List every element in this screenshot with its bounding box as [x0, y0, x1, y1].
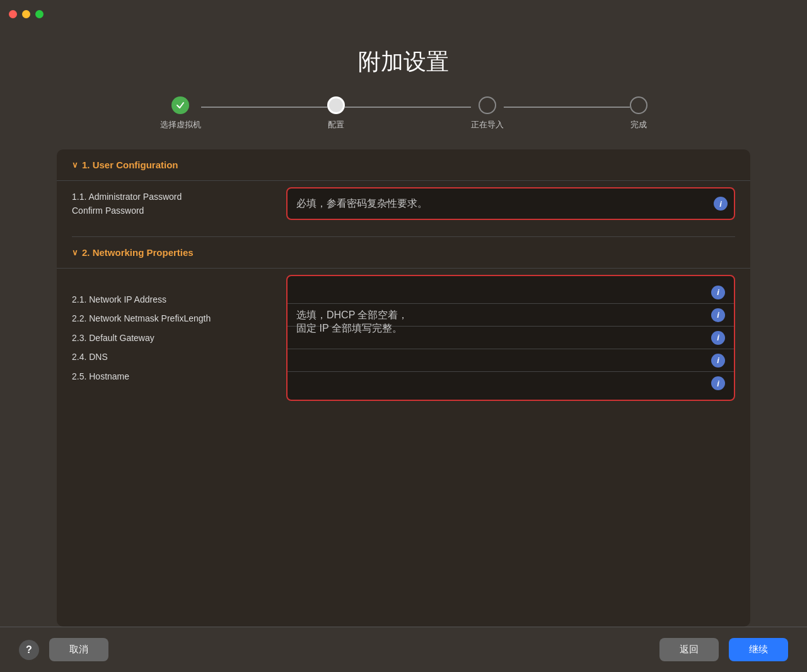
field-label-dns: 2.4. DNS [72, 350, 286, 364]
step-line-2 [345, 107, 471, 108]
ip-info-icon[interactable]: i [711, 286, 725, 299]
section-body-networking: 2.1. Network IP Address 2.2. Network Net… [57, 269, 750, 417]
back-button[interactable]: 返回 [659, 638, 719, 661]
password-info-icon[interactable]: i [714, 197, 728, 211]
step-circle-1 [171, 96, 189, 114]
step-line-1 [201, 107, 327, 108]
field-labels-networking: 2.1. Network IP Address 2.2. Network Net… [72, 293, 286, 383]
step-circle-2 [327, 96, 345, 114]
password-input-box[interactable]: 必填，参看密码复杂性要求。 i [286, 187, 735, 220]
step-label-4: 完成 [630, 119, 647, 130]
step-circle-3 [479, 96, 496, 114]
main-content: 附加设置 选择虚拟机 配置 正在导入 完成 ∨ 1. [0, 28, 807, 627]
close-button[interactable] [9, 10, 17, 18]
field-row-networking: 2.1. Network IP Address 2.2. Network Net… [72, 269, 735, 407]
step-circle-4 [630, 96, 647, 114]
netmask-info-icon[interactable]: i [711, 308, 725, 322]
hostname-info-icon[interactable]: i [711, 376, 725, 390]
section-title-2: 2. Networking Properties [82, 247, 194, 258]
maximize-button[interactable] [35, 10, 44, 18]
field-label-gateway: 2.3. Default Gateway [72, 331, 286, 345]
field-label-admin-password: 1.1. Administrator Password [72, 190, 286, 204]
title-bar [0, 0, 807, 28]
step-label-2: 配置 [328, 119, 344, 130]
bottom-bar: ? 取消 返回 继续 [0, 627, 807, 672]
bottom-left: ? 取消 [19, 638, 108, 661]
step-label-1: 选择虚拟机 [160, 119, 201, 130]
bottom-right: 返回 继续 [659, 638, 788, 661]
step-label-3: 正在导入 [471, 119, 504, 130]
gateway-info-icon[interactable]: i [711, 331, 725, 345]
traffic-lights [9, 10, 44, 18]
stepper: 选择虚拟机 配置 正在导入 完成 [151, 96, 656, 130]
field-labels-password: 1.1. Administrator Password Confirm Pass… [72, 190, 286, 218]
step-config: 配置 [327, 96, 345, 130]
section-user-config: ∨ 1. User Configuration 1.1. Administrat… [57, 149, 750, 236]
chevron-icon-2: ∨ [72, 248, 78, 257]
step-done: 完成 [630, 96, 647, 130]
page-title: 附加设置 [358, 47, 449, 78]
step-select-vm: 选择虚拟机 [160, 96, 201, 130]
field-input-networking: i i [286, 275, 735, 401]
input-line-netmask[interactable]: i [287, 304, 734, 327]
networking-input-group: i i [286, 275, 735, 401]
section-header-user-config[interactable]: ∨ 1. User Configuration [57, 149, 750, 181]
field-input-password: 必填，参看密码复杂性要求。 i [286, 187, 735, 220]
field-row-password: 1.1. Administrator Password Confirm Pass… [72, 181, 735, 226]
step-importing: 正在导入 [471, 96, 504, 130]
password-hint: 必填，参看密码复杂性要求。 [296, 198, 427, 209]
dns-info-icon[interactable]: i [711, 354, 725, 368]
continue-button[interactable]: 继续 [729, 638, 788, 661]
field-label-ip: 2.1. Network IP Address [72, 293, 286, 306]
help-button[interactable]: ? [19, 640, 39, 660]
section-title-1: 1. User Configuration [82, 159, 178, 170]
input-line-gateway[interactable]: i 选填，DHCP 全部空着， 固定 IP 全部填写完整。 [287, 327, 734, 349]
input-line-hostname[interactable]: i [287, 372, 734, 395]
field-label-netmask: 2.2. Network Netmask PrefixLength [72, 311, 286, 325]
form-panel: ∨ 1. User Configuration 1.1. Administrat… [57, 149, 750, 627]
chevron-icon-1: ∨ [72, 160, 78, 170]
input-line-ip[interactable]: i [287, 281, 734, 304]
section-body-user-config: 1.1. Administrator Password Confirm Pass… [57, 181, 750, 236]
input-line-dns[interactable]: i [287, 349, 734, 372]
step-line-3 [504, 107, 630, 108]
field-label-confirm-password: Confirm Password [72, 204, 286, 217]
cancel-button[interactable]: 取消 [49, 638, 108, 661]
section-networking: ∨ 2. Networking Properties 2.1. Network … [57, 237, 750, 417]
minimize-button[interactable] [22, 10, 30, 18]
field-label-hostname: 2.5. Hostname [72, 369, 286, 383]
section-header-networking[interactable]: ∨ 2. Networking Properties [57, 237, 750, 269]
